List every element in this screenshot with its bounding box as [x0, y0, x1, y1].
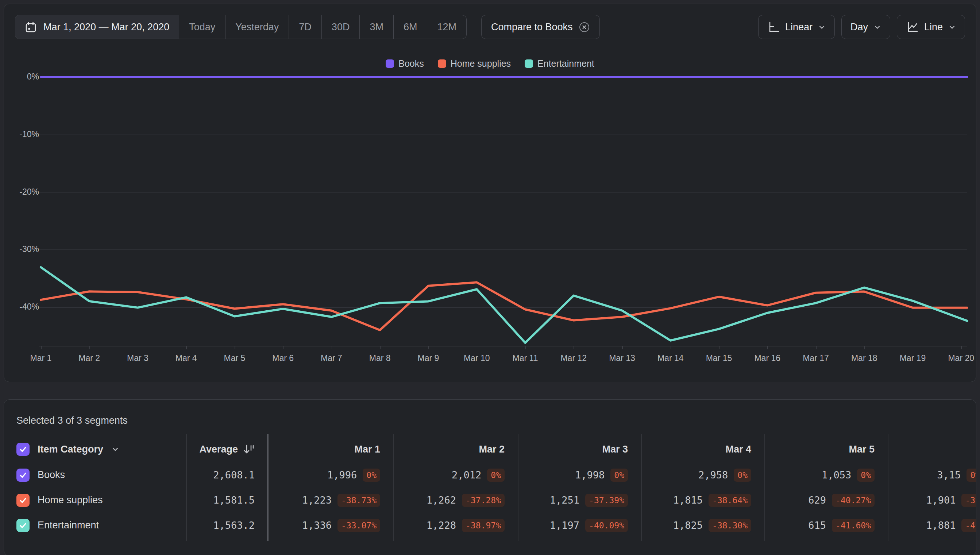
column-separator — [518, 434, 519, 541]
percent-change-badge: -41.60% — [832, 519, 874, 532]
row-checkbox[interactable] — [16, 519, 30, 532]
table-row-books: Books2,608.11,9960%2,0120%1,9980%2,9580%… — [4, 462, 976, 488]
column-separator — [186, 434, 187, 541]
linear-scale-icon — [767, 21, 780, 33]
row-day-cell: 1,223-38.73% — [268, 494, 393, 507]
chart-type-select-label: Line — [924, 21, 943, 33]
row-checkbox[interactable] — [16, 468, 30, 482]
segments-summary: Selected 3 of 3 segments — [16, 415, 128, 426]
check-icon — [19, 445, 27, 453]
percent-change-badge: 0% — [734, 468, 751, 482]
day-value: 1,336 — [302, 520, 332, 531]
header-day-label: Mar 2 — [479, 444, 504, 455]
row-checkbox[interactable] — [16, 494, 30, 507]
compare-chip[interactable]: Compare to Books — [481, 15, 600, 39]
row-day-cell: 1,815-38.64% — [641, 494, 765, 507]
row-day-cell: 2,9580% — [641, 468, 765, 482]
percent-change-badge: -40.27% — [832, 494, 874, 507]
row-average-cell: 1,581.5 — [186, 494, 268, 506]
percent-change-badge: 0% — [363, 468, 380, 482]
row-day-cell: 1,251-37.39% — [518, 494, 641, 507]
row-category-label: Entertainment — [38, 520, 99, 531]
percent-change-badge: -33.07% — [337, 519, 380, 532]
preset-button-30d[interactable]: 30D — [321, 15, 360, 38]
check-icon — [19, 471, 27, 479]
select-all-checkbox[interactable] — [16, 443, 30, 456]
day-value: 1,251 — [550, 494, 579, 506]
chevron-down-icon[interactable] — [111, 445, 119, 453]
row-day-cell: 2,0120% — [393, 468, 518, 482]
header-category-label: Item Category — [38, 444, 103, 455]
day-value: 2,012 — [452, 469, 481, 481]
row-day-cell: 1,825-38.30% — [641, 519, 765, 532]
row-day-cell: 629-40.27% — [765, 494, 888, 507]
calendar-icon — [25, 21, 37, 33]
remove-compare-icon[interactable] — [579, 21, 590, 33]
compare-chip-label: Compare to Books — [491, 21, 573, 33]
header-day-label: Mar 3 — [602, 444, 628, 455]
column-separator — [267, 434, 268, 541]
row-day-cell: 1,901-39 — [888, 494, 976, 507]
percent-change-badge: -37.28% — [462, 494, 504, 507]
row-day-cell: 3,150% — [888, 468, 976, 482]
header-day-label: Mar 1 — [354, 444, 380, 455]
row-day-cell: 1,197-40.09% — [518, 519, 641, 532]
preset-button-today[interactable]: Today — [179, 15, 225, 38]
chart-series-lines — [4, 50, 977, 383]
check-icon — [19, 521, 27, 529]
table-header-row: Item CategoryAverageMar 1Mar 2Mar 3Mar 4… — [4, 436, 976, 462]
percent-change-badge: -39 — [961, 494, 976, 507]
scale-select-button[interactable]: Linear — [758, 15, 835, 39]
day-value: 1,223 — [302, 494, 332, 506]
chart-controls: Linear Day Line — [758, 15, 965, 39]
average-value: 1,581.5 — [213, 494, 255, 506]
percent-change-badge: 0% — [487, 468, 504, 482]
chevron-down-icon — [874, 23, 881, 31]
column-separator — [393, 434, 394, 541]
row-average-cell: 2,608.1 — [186, 469, 268, 481]
percent-change-badge: -40.09% — [585, 519, 628, 532]
segments-table: Item CategoryAverageMar 1Mar 2Mar 3Mar 4… — [4, 436, 976, 538]
day-value: 3,15 — [937, 469, 961, 481]
preset-button-6m[interactable]: 6M — [393, 15, 427, 38]
column-separator — [641, 434, 642, 541]
row-day-cell: 1,9960% — [268, 468, 393, 482]
sort-descending-icon[interactable] — [243, 443, 255, 456]
row-day-cell: 1,262-37.28% — [393, 494, 518, 507]
day-value: 2,958 — [698, 469, 728, 481]
row-category-cell: Home supplies — [4, 494, 186, 507]
day-value: 1,825 — [673, 520, 703, 531]
interval-select-button[interactable]: Day — [841, 15, 890, 39]
row-category-cell: Books — [4, 468, 186, 482]
header-average-label: Average — [199, 444, 238, 455]
chart-type-select-button[interactable]: Line — [897, 15, 965, 39]
percent-change-badge: 0% — [610, 468, 628, 482]
percent-change-badge: -38.73% — [337, 494, 380, 507]
date-range-label: Mar 1, 2020 — Mar 20, 2020 — [43, 21, 169, 33]
header-day-cell: Mar 3 — [518, 444, 641, 455]
preset-button-yesterday[interactable]: Yesterday — [225, 15, 289, 38]
chevron-down-icon — [948, 23, 956, 31]
header-day-cell: Mar 2 — [393, 444, 518, 455]
date-range-button[interactable]: Mar 1, 2020 — Mar 20, 2020 — [15, 15, 179, 38]
preset-button-3m[interactable]: 3M — [359, 15, 393, 38]
series-line-home-supplies — [41, 282, 967, 330]
scale-select-label: Linear — [785, 21, 813, 33]
header-day-label: Mar 5 — [849, 444, 874, 455]
header-day-label: Mar 4 — [725, 444, 751, 455]
interval-select-label: Day — [850, 21, 868, 33]
row-day-cell: 1,336-33.07% — [268, 519, 393, 532]
row-category-cell: Entertainment — [4, 519, 186, 532]
percent-change-badge: -38.30% — [708, 519, 751, 532]
preset-button-7d[interactable]: 7D — [289, 15, 321, 38]
percent-change-badge: -37.39% — [585, 494, 628, 507]
average-value: 1,563.2 — [213, 520, 255, 531]
column-separator — [888, 434, 888, 541]
preset-button-12m[interactable]: 12M — [427, 15, 466, 38]
day-value: 1,053 — [822, 469, 851, 481]
day-value: 1,996 — [327, 469, 357, 481]
day-value: 1,228 — [427, 520, 456, 531]
day-value: 1,881 — [926, 520, 956, 531]
header-day-cell: Mar 1 — [268, 444, 393, 455]
header-average-cell[interactable]: Average — [186, 443, 268, 456]
